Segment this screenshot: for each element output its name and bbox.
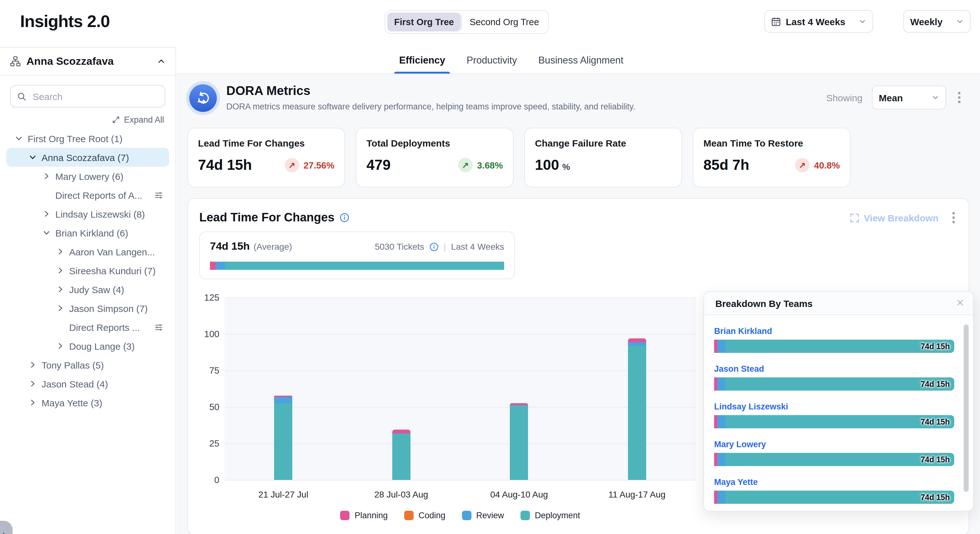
breakdown-team-link[interactable]: Brian Kirkland — [714, 327, 772, 336]
y-tick-label: 75 — [209, 365, 220, 376]
breakdown-team-link[interactable]: Jason Stead — [714, 364, 764, 374]
breakdown-bar-segment-deployment — [725, 415, 954, 428]
tab-efficiency[interactable]: Efficiency — [399, 47, 445, 73]
chevron-down-icon[interactable] — [41, 228, 51, 238]
tree-item[interactable]: Sireesha Kunduri (7) — [6, 261, 169, 280]
breakdown-bar-segment-deployment — [725, 378, 954, 391]
breakdown-team-link[interactable]: Maya Yette — [714, 477, 758, 487]
toggle-second-org-tree[interactable]: Second Org Tree — [463, 13, 546, 32]
tree-item[interactable]: Doug Lange (3) — [6, 336, 169, 355]
metric-card-title: Lead Time For Changes — [198, 138, 334, 148]
tree-item[interactable]: Jason Stead (4) — [6, 374, 169, 393]
trend-up-arrow-icon: ↗ — [458, 158, 473, 172]
tree-item[interactable]: Brian Kirkland (6) — [6, 223, 169, 242]
filter-sliders-icon[interactable] — [154, 190, 164, 200]
tree-item[interactable]: Tony Pallas (5) — [6, 355, 169, 374]
tree-item[interactable]: Maya Yette (3) — [6, 393, 169, 412]
x-tick-label: 04 Aug-10 Aug — [460, 489, 578, 499]
legend-swatch — [520, 511, 530, 520]
aggregation-dropdown[interactable]: Mean — [872, 86, 946, 110]
stacked-bar — [510, 403, 528, 480]
legend-label: Planning — [355, 511, 388, 520]
bar-segment-planning — [628, 338, 646, 342]
lead-time-kebab-menu[interactable] — [950, 209, 958, 226]
chevron-right-icon[interactable] — [55, 341, 65, 351]
tree-item[interactable]: Jason Simpson (7) — [6, 299, 169, 318]
legend-item-coding[interactable]: Coding — [404, 511, 445, 520]
tree-item[interactable]: Lindsay Liszewski (8) — [6, 204, 169, 223]
breakdown-bar-segment-planning — [714, 415, 717, 428]
breakdown-row: Mary Lowery74d 15h — [714, 438, 954, 466]
chevron-down-icon[interactable] — [28, 152, 38, 162]
sidebar-collapse-handle[interactable] — [0, 521, 13, 534]
granularity-dropdown[interactable]: Weekly — [903, 10, 970, 33]
org-tree-sidebar: Anna Scozzafava Expand All First Org Tre… — [0, 47, 176, 534]
chevron-down-icon — [956, 18, 964, 25]
chevron-right-icon[interactable] — [41, 209, 51, 219]
trend-badge: ↗3.68% — [458, 158, 503, 172]
search-input[interactable] — [32, 90, 158, 102]
breakdown-row: Maya Yette74d 15h — [714, 476, 954, 504]
stacked-bar — [274, 395, 293, 480]
tree-item[interactable]: Direct Reports ... — [6, 318, 169, 336]
breakdown-bar: 74d 15h — [714, 415, 954, 428]
bar-segment-deployment — [510, 405, 528, 480]
date-range-dropdown[interactable]: Last 4 Weeks — [764, 10, 873, 33]
chevron-down-icon[interactable] — [14, 133, 24, 143]
chevron-up-icon[interactable] — [157, 57, 165, 65]
legend-item-deployment[interactable]: Deployment — [520, 511, 580, 520]
tree-item[interactable]: Mary Lowery (6) — [6, 167, 169, 185]
expand-all-button[interactable]: Expand All — [0, 108, 175, 127]
breakdown-bar-segment-review — [717, 378, 725, 391]
breakdown-value: 74d 15h — [921, 379, 950, 388]
legend-item-planning[interactable]: Planning — [340, 511, 388, 520]
breakdown-bar-segment-review — [717, 340, 725, 353]
average-period: Last 4 Weeks — [451, 242, 504, 252]
tree-item[interactable]: Direct Reports of A... — [6, 185, 169, 204]
metric-card-title: Change Failure Rate — [535, 138, 671, 148]
view-breakdown-button[interactable]: View Breakdown — [850, 212, 939, 223]
tree-item[interactable]: First Org Tree Root (1) — [6, 129, 169, 148]
breakdown-value: 74d 15h — [921, 417, 950, 426]
chevron-down-icon — [859, 18, 866, 25]
breakdown-panel-body: Brian Kirkland74d 15hJason Stead74d 15hL… — [704, 315, 973, 511]
tree-item[interactable]: Aaron Van Langen... — [6, 242, 169, 261]
dora-kebab-menu[interactable] — [956, 89, 963, 106]
main-area: Efficiency Productivity Business Alignme… — [177, 47, 980, 534]
breakdown-team-link[interactable]: Lindsay Liszewski — [714, 402, 788, 411]
divider: | — [444, 242, 446, 252]
toggle-first-org-tree[interactable]: First Org Tree — [387, 13, 461, 32]
chevron-right-icon[interactable] — [55, 265, 65, 276]
chevron-right-icon[interactable] — [28, 360, 38, 370]
dora-cycle-icon — [189, 84, 217, 112]
tab-productivity[interactable]: Productivity — [466, 47, 517, 73]
metric-card-value: 74d 15h — [198, 156, 252, 174]
app-window: Insights 2.0 First Org Tree Second Org T… — [0, 0, 980, 534]
panel-scrollbar-thumb[interactable] — [964, 325, 969, 492]
chevron-right-icon[interactable] — [55, 247, 65, 257]
chevron-right-icon[interactable] — [55, 303, 65, 313]
info-icon[interactable] — [339, 213, 350, 223]
tree-item[interactable]: Anna Scozzafava (7) — [6, 148, 169, 167]
chevron-right-icon[interactable] — [28, 379, 38, 389]
org-tree: First Org Tree Root (1)Anna Scozzafava (… — [0, 127, 175, 414]
tree-item[interactable]: Judy Saw (4) — [6, 280, 169, 299]
filter-sliders-icon[interactable] — [154, 322, 164, 332]
chevron-right-icon[interactable] — [28, 397, 38, 408]
chevron-placeholder — [55, 322, 65, 332]
breakdown-bar-segment-review — [717, 491, 725, 504]
y-axis-labels: 0255075100125 — [196, 298, 220, 480]
bar-slot — [342, 298, 460, 480]
breakdown-team-link[interactable]: Mary Lowery — [714, 440, 766, 449]
metric-card-value: 100% — [535, 156, 570, 174]
info-icon[interactable] — [430, 242, 439, 251]
bar-segment-review — [628, 342, 646, 346]
close-icon[interactable]: ✕ — [956, 298, 964, 308]
legend-item-review[interactable]: Review — [462, 511, 504, 520]
tree-item-label: Lindsay Liszewski (8) — [55, 209, 145, 219]
tab-business-alignment[interactable]: Business Alignment — [538, 47, 624, 73]
chevron-right-icon[interactable] — [55, 284, 65, 294]
trend-badge: ↗27.56% — [285, 158, 334, 172]
chevron-right-icon[interactable] — [41, 171, 51, 181]
sidebar-header[interactable]: Anna Scozzafava — [0, 48, 175, 75]
